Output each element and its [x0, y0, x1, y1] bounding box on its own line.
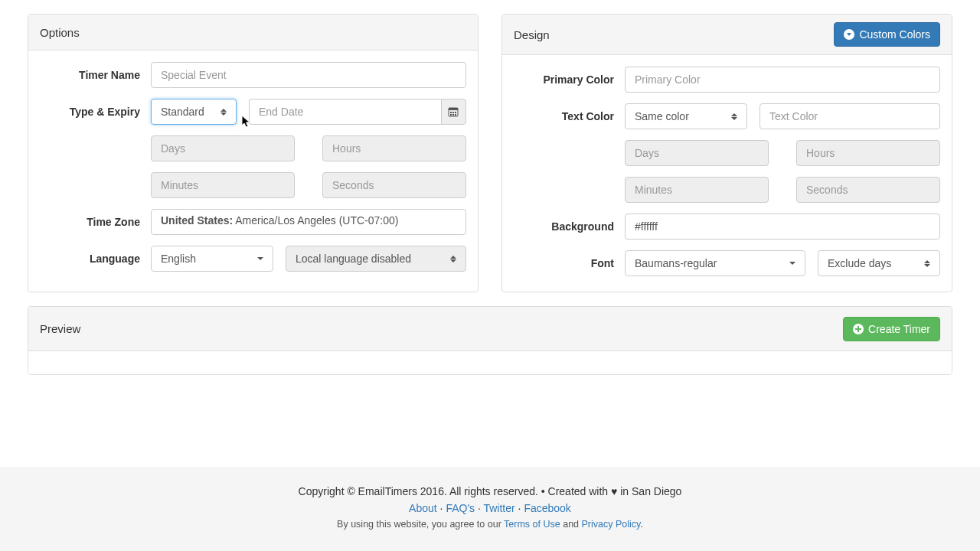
- svg-rect-3: [452, 112, 454, 113]
- background-input[interactable]: [625, 214, 940, 240]
- calendar-icon: [448, 106, 459, 117]
- options-panel-header: Options: [28, 15, 478, 51]
- exclude-days-value: Exclude days: [828, 257, 891, 269]
- timer-name-input[interactable]: [151, 62, 466, 88]
- text-color-mode-value: Same color: [635, 110, 689, 122]
- type-select[interactable]: Standard: [151, 99, 237, 125]
- updown-icon: [450, 256, 456, 262]
- chevron-down-icon: [257, 257, 263, 260]
- svg-rect-1: [449, 108, 458, 110]
- footer-link-facebook[interactable]: Facebook: [524, 502, 570, 514]
- font-select-value: Baumans-regular: [635, 257, 717, 269]
- type-select-value: Standard: [161, 106, 204, 118]
- minutes-input[interactable]: [151, 172, 295, 198]
- font-label: Font: [514, 257, 625, 269]
- svg-rect-7: [455, 114, 456, 116]
- footer-link-twitter[interactable]: Twitter: [483, 502, 514, 514]
- timezone-value: America/Los Angeles (UTC-07:00): [235, 214, 398, 227]
- footer-link-faqs[interactable]: FAQ's: [446, 502, 475, 514]
- font-select[interactable]: Baumans-regular: [625, 250, 805, 276]
- terms-link[interactable]: Terms of Use: [504, 519, 560, 530]
- text-color-input[interactable]: [760, 103, 940, 129]
- design-minutes-input[interactable]: [625, 177, 769, 203]
- local-language-select[interactable]: Local language disabled: [286, 246, 466, 272]
- custom-colors-label: Custom Colors: [859, 28, 930, 41]
- timer-name-label: Timer Name: [40, 69, 151, 81]
- preview-header: Preview Create Timer: [28, 307, 952, 351]
- footer-legal: By using this website, you agree to our …: [0, 519, 980, 530]
- preview-panel: Preview Create Timer: [28, 306, 952, 375]
- options-panel: Options Timer Name Type & Expiry Standar…: [28, 14, 479, 292]
- language-label: Language: [40, 253, 151, 265]
- updown-icon: [924, 260, 930, 267]
- days-input[interactable]: [151, 135, 295, 161]
- design-panel-header: Design Custom Colors: [502, 15, 952, 55]
- text-color-mode-select[interactable]: Same color: [625, 103, 747, 129]
- background-label: Background: [514, 220, 625, 233]
- timezone-select[interactable]: United States: America/Los Angeles (UTC-…: [151, 209, 466, 235]
- footer-copyright: Copyright © EmailTimers 2016. All rights…: [0, 485, 980, 497]
- create-timer-button[interactable]: Create Timer: [843, 317, 940, 341]
- preview-title: Preview: [40, 322, 80, 335]
- calendar-button[interactable]: [441, 99, 466, 125]
- svg-rect-5: [450, 114, 452, 116]
- design-panel: Design Custom Colors Primary Color Text …: [501, 14, 952, 292]
- create-timer-label: Create Timer: [868, 323, 930, 335]
- footer-link-about[interactable]: About: [409, 502, 437, 514]
- svg-rect-2: [450, 112, 452, 113]
- options-title: Options: [40, 26, 80, 39]
- design-seconds-input[interactable]: [796, 177, 940, 203]
- preview-body: [28, 351, 952, 374]
- end-date-input[interactable]: [249, 99, 441, 125]
- primary-color-input[interactable]: [625, 67, 940, 93]
- privacy-link[interactable]: Privacy Policy: [582, 519, 641, 530]
- updown-icon: [220, 109, 227, 116]
- chevron-circle-down-icon: [844, 29, 854, 40]
- design-days-input[interactable]: [625, 140, 769, 166]
- seconds-input[interactable]: [322, 172, 466, 198]
- type-expiry-label: Type & Expiry: [40, 106, 151, 118]
- design-hours-input[interactable]: [796, 140, 940, 166]
- chevron-down-icon: [789, 262, 795, 265]
- custom-colors-button[interactable]: Custom Colors: [834, 22, 940, 47]
- language-select[interactable]: English: [151, 246, 273, 272]
- exclude-days-select[interactable]: Exclude days: [818, 250, 940, 276]
- timezone-label: Time Zone: [40, 216, 151, 228]
- svg-rect-4: [455, 112, 456, 113]
- svg-rect-6: [452, 114, 454, 116]
- page-footer: Copyright © EmailTimers 2016. All rights…: [0, 467, 980, 551]
- language-select-value: English: [161, 253, 196, 265]
- updown-icon: [731, 113, 737, 120]
- design-title: Design: [514, 28, 550, 41]
- timezone-country: United States:: [161, 214, 233, 227]
- footer-links: About · FAQ's · Twitter · Facebook: [0, 502, 980, 514]
- plus-circle-icon: [853, 324, 864, 334]
- text-color-label: Text Color: [514, 110, 625, 122]
- primary-color-label: Primary Color: [514, 73, 625, 86]
- local-language-value: Local language disabled: [296, 253, 411, 265]
- hours-input[interactable]: [322, 135, 466, 161]
